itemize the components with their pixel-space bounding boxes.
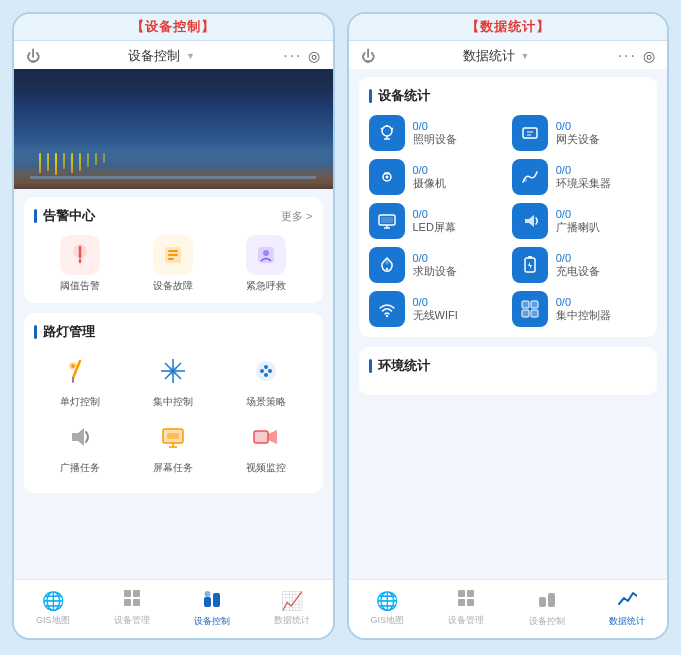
svg-rect-2 — [168, 250, 178, 252]
right-dots[interactable]: ··· — [618, 47, 637, 65]
led-text: 0/0 LED屏幕 — [413, 208, 456, 235]
sl-label-2: 场景策略 — [246, 395, 286, 409]
sl-item-0[interactable]: 单灯控制 — [39, 351, 123, 409]
left-title-bar: 【设备控制】 — [14, 14, 333, 41]
right-status-bar: ⏻ 数据统计 ▼ ··· ◎ — [349, 41, 668, 69]
device-stats-header: 设备统计 — [369, 87, 648, 105]
sl-item-1[interactable]: 集中控制 — [131, 351, 215, 409]
alert-more[interactable]: 更多 > — [281, 209, 312, 224]
svg-point-56 — [385, 315, 387, 317]
svg-point-53 — [385, 268, 387, 270]
stat-gateway[interactable]: 0/0 网关设备 — [512, 115, 647, 151]
svg-rect-60 — [531, 310, 538, 317]
sl-item-5[interactable]: 视频监控 — [224, 417, 308, 475]
left-nav-stats[interactable]: 📈 数据统计 — [274, 590, 310, 627]
stat-lighting[interactable]: 0/0 照明设备 — [369, 115, 504, 151]
svg-point-13 — [169, 367, 177, 375]
lighting-name: 照明设备 — [413, 132, 457, 147]
stat-charging[interactable]: 0/0 充电设备 — [512, 247, 647, 283]
broadcast-icon — [512, 203, 548, 239]
gis-icon-right: 🌐 — [376, 590, 398, 612]
stat-env-collector[interactable]: 0/0 环境采集器 — [512, 159, 647, 195]
gateway-name: 网关设备 — [556, 132, 600, 147]
svg-rect-22 — [167, 433, 179, 439]
env-collector-icon — [512, 159, 548, 195]
charging-name: 充电设备 — [556, 264, 600, 279]
broadcast-text: 0/0 广播喇叭 — [556, 208, 600, 235]
svg-marker-19 — [72, 428, 84, 446]
right-nav-gis[interactable]: 🌐 GIS地图 — [371, 590, 405, 627]
alert-header: 告警中心 更多 > — [34, 207, 313, 225]
svg-point-35 — [382, 126, 392, 136]
svg-rect-32 — [204, 597, 211, 607]
broadcast-count: 0/0 — [556, 208, 600, 220]
alert-item-0[interactable]: 阈值告警 — [60, 235, 100, 293]
svg-rect-59 — [522, 310, 529, 317]
svg-line-39 — [381, 128, 383, 130]
stat-camera[interactable]: 0/0 摄像机 — [369, 159, 504, 195]
lighting-text: 0/0 照明设备 — [413, 120, 457, 147]
svg-rect-25 — [254, 431, 268, 443]
gis-icon-left: 🌐 — [42, 590, 64, 612]
alert-item-1[interactable]: 设备故障 — [153, 235, 193, 293]
gateway-icon — [512, 115, 548, 151]
control-label-left: 设备控制 — [194, 615, 230, 628]
sl-label-4: 屏幕任务 — [153, 461, 193, 475]
device-stats-divider — [369, 89, 372, 103]
svg-point-47 — [523, 178, 527, 182]
svg-rect-68 — [467, 599, 474, 606]
right-nav-control[interactable]: 设备控制 — [529, 588, 565, 628]
sl-item-4[interactable]: 屏幕任务 — [131, 417, 215, 475]
alert-grid: 阈值告警 设备故障 紧急呼救 — [34, 235, 313, 293]
svg-point-45 — [385, 176, 388, 179]
control-label-right: 设备控制 — [529, 615, 565, 628]
alert-item-2[interactable]: 紧急呼救 — [246, 235, 286, 293]
stat-central-ctrl[interactable]: 0/0 集中控制器 — [512, 291, 647, 327]
charging-text: 0/0 充电设备 — [556, 252, 600, 279]
stat-broadcast[interactable]: 0/0 广播喇叭 — [512, 203, 647, 239]
right-nav-stats[interactable]: 数据统计 — [609, 588, 645, 628]
hero-image — [14, 69, 333, 189]
svg-point-17 — [268, 369, 272, 373]
sl-item-2[interactable]: 场景策略 — [224, 351, 308, 409]
left-screen: 【设备控制】 ⏻ 设备控制 ▼ ··· ◎ — [12, 12, 335, 640]
gis-label-left: GIS地图 — [36, 614, 70, 627]
streetlight-title: 路灯管理 — [43, 323, 95, 341]
stats-label-right: 数据统计 — [609, 615, 645, 628]
sl-label-5: 视频监控 — [246, 461, 286, 475]
sl-item-3[interactable]: 广播任务 — [39, 417, 123, 475]
alert-label-0: 阈值告警 — [60, 279, 100, 293]
alert-section: 告警中心 更多 > 阈值告警 — [24, 197, 323, 303]
left-status-bar: ⏻ 设备控制 ▼ ··· ◎ — [14, 41, 333, 69]
left-nav-gis[interactable]: 🌐 GIS地图 — [36, 590, 70, 627]
alert-icon-2 — [246, 235, 286, 275]
device-icon-left — [123, 589, 141, 612]
svg-rect-57 — [522, 301, 529, 308]
svg-rect-28 — [124, 590, 131, 597]
left-nav-device[interactable]: 设备管理 — [114, 589, 150, 627]
svg-rect-67 — [458, 599, 465, 606]
device-stats-section: 设备统计 0/0 照明设备 — [359, 77, 658, 337]
svg-point-34 — [205, 591, 211, 597]
stat-wifi[interactable]: 0/0 无线WIFI — [369, 291, 504, 327]
target-icon-right: ◎ — [643, 48, 655, 64]
left-bottom-nav: 🌐 GIS地图 设备管理 设备控制 📈 数据统计 — [14, 579, 333, 638]
alert-label-1: 设备故障 — [153, 279, 193, 293]
svg-rect-30 — [124, 599, 131, 606]
wifi-name: 无线WIFI — [413, 308, 458, 323]
right-nav-device[interactable]: 设备管理 — [448, 589, 484, 627]
right-title-bar: 【数据统计】 — [349, 14, 668, 41]
wifi-icon — [369, 291, 405, 327]
central-ctrl-text: 0/0 集中控制器 — [556, 296, 611, 323]
camera-text: 0/0 摄像机 — [413, 164, 446, 191]
svg-rect-49 — [381, 217, 393, 223]
left-nav-control[interactable]: 设备控制 — [194, 588, 230, 628]
sl-label-0: 单灯控制 — [60, 395, 100, 409]
stat-led[interactable]: 0/0 LED屏幕 — [369, 203, 504, 239]
svg-rect-29 — [133, 590, 140, 597]
left-dots[interactable]: ··· — [283, 47, 302, 65]
stats-label-left: 数据统计 — [274, 614, 310, 627]
lighting-count: 0/0 — [413, 120, 457, 132]
power-icon: ⏻ — [26, 48, 40, 64]
stat-help[interactable]: 0/0 求助设备 — [369, 247, 504, 283]
